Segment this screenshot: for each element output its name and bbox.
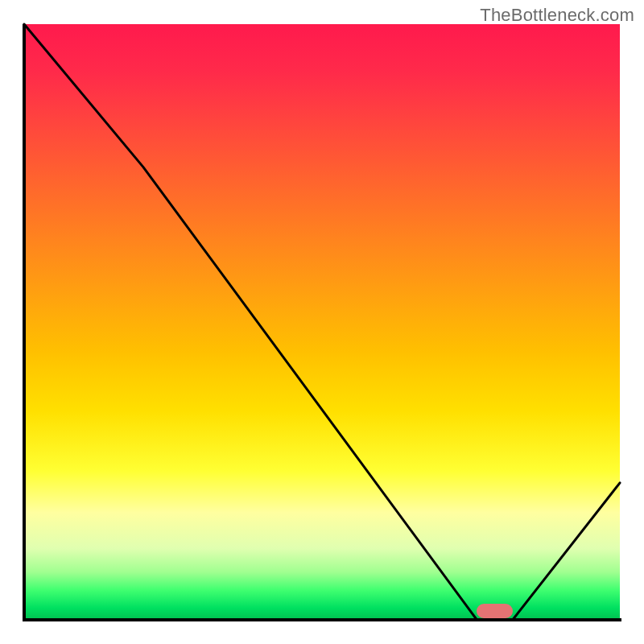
watermark-text: TheBottleneck.com <box>480 5 634 26</box>
bottleneck-curve-line <box>24 24 620 620</box>
optimal-marker <box>477 604 512 618</box>
chart-container: TheBottleneck.com <box>0 0 644 644</box>
chart-svg <box>24 24 620 620</box>
